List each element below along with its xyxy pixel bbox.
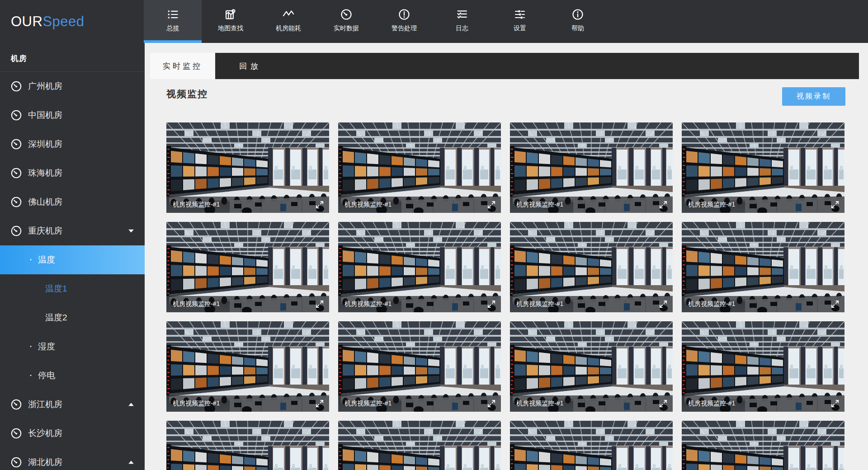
- gauge-icon: [10, 225, 22, 237]
- video-tile-label: 机房视频监控-#1: [344, 300, 487, 308]
- topnav-item-map-search[interactable]: 地图查找: [202, 0, 259, 43]
- video-tile[interactable]: 机房视频监控-#1: [510, 122, 673, 213]
- video-tile-label: 机房视频监控-#1: [173, 300, 316, 308]
- video-tile[interactable]: 机房视频监控-#1: [338, 122, 501, 213]
- topnav-item-overview[interactable]: 总揽: [144, 0, 202, 43]
- sliders-icon: [491, 0, 549, 21]
- sidebar-item-zhongguo[interactable]: 中国机房: [0, 101, 145, 130]
- topnav-item-settings[interactable]: 设置: [491, 0, 549, 43]
- expand-icon[interactable]: [659, 400, 667, 408]
- nav-item-label: 实时数据: [317, 24, 375, 33]
- expand-icon[interactable]: [831, 300, 839, 308]
- video-caption-bar: 机房视频监控-#1: [510, 197, 673, 213]
- video-tile-label: 机房视频监控-#1: [344, 400, 487, 408]
- main-content: 实时监控 回放 视频监控 视频录制 机房视频监控-#1机房视频监控-#1机房视频…: [145, 43, 868, 470]
- sidebar-item-zhuhai[interactable]: 珠海机房: [0, 159, 145, 188]
- gauge-icon: [317, 0, 375, 21]
- gauge-icon: [10, 456, 22, 468]
- sidebar-item-label: 温度: [38, 254, 55, 266]
- video-tile-label: 机房视频监控-#1: [688, 201, 831, 209]
- sidebar-item-label: 中国机房: [28, 109, 62, 121]
- topnav-item-realtime-data[interactable]: 实时数据: [317, 0, 375, 43]
- sidebar-item-wendu1[interactable]: 温度1: [0, 274, 145, 303]
- video-record-button[interactable]: 视频录制: [782, 87, 845, 106]
- video-thumbnail: [166, 421, 329, 470]
- video-tile[interactable]: 机房视频监控-#1: [510, 321, 673, 412]
- topnav-item-energy[interactable]: 机房能耗: [259, 0, 317, 43]
- app-logo: OURSpeed: [11, 0, 85, 43]
- log-icon: [433, 0, 491, 21]
- gauge-icon: [10, 109, 22, 121]
- sidebar-item-zhejiang[interactable]: 浙江机房: [0, 390, 145, 419]
- video-tile[interactable]: 机房视频监控-#1: [510, 421, 673, 470]
- video-tile[interactable]: 机房视频监控-#1: [510, 222, 673, 312]
- logo-text-suffix: Speed: [42, 14, 84, 30]
- video-tile[interactable]: 机房视频监控-#1: [338, 222, 501, 312]
- video-caption-bar: 机房视频监控-#1: [510, 296, 673, 312]
- topnav-item-help[interactable]: 帮助: [549, 0, 607, 43]
- expand-icon[interactable]: [316, 300, 324, 308]
- sidebar-item-changsha[interactable]: 长沙机房: [0, 419, 145, 448]
- sidebar-item-label: 停电: [38, 370, 55, 381]
- top-navigation: 总揽地图查找机房能耗实时数据警告处理日志设置帮助: [144, 0, 607, 43]
- expand-icon[interactable]: [659, 201, 667, 209]
- expand-icon[interactable]: [487, 201, 495, 209]
- tab-bar: 回放: [215, 53, 859, 79]
- nav-item-label: 总揽: [144, 24, 202, 33]
- video-tile-label: 机房视频监控-#1: [516, 300, 659, 308]
- topnav-item-logs[interactable]: 日志: [433, 0, 491, 43]
- sidebar-item-wendu2[interactable]: 温度2: [0, 303, 145, 332]
- top-bar: OURSpeed 总揽地图查找机房能耗实时数据警告处理日志设置帮助 Root M…: [0, 0, 868, 43]
- video-tile[interactable]: 机房视频监控-#1: [682, 122, 844, 213]
- gauge-icon: [10, 399, 22, 410]
- nav-item-label: 设置: [491, 24, 549, 33]
- expand-icon[interactable]: [659, 300, 667, 308]
- video-tile[interactable]: 机房视频监控-#1: [682, 421, 844, 470]
- expand-icon[interactable]: [831, 201, 839, 209]
- expand-icon[interactable]: [831, 400, 839, 408]
- section-title: 视频监控: [166, 88, 208, 100]
- gauge-icon: [10, 167, 22, 179]
- expand-icon[interactable]: [316, 400, 324, 408]
- tab-playback[interactable]: 回放: [215, 53, 282, 79]
- video-tile[interactable]: 机房视频监控-#1: [166, 122, 329, 213]
- sidebar-item-guangzhou[interactable]: 广州机房: [0, 72, 145, 101]
- sidebar-item-label: 温度1: [45, 283, 67, 295]
- nav-item-label: 警告处理: [375, 24, 433, 33]
- video-tile[interactable]: 机房视频监控-#1: [338, 321, 501, 412]
- sidebar-item-label: 广州机房: [28, 80, 62, 92]
- expand-icon[interactable]: [487, 400, 495, 408]
- tab-live-monitoring[interactable]: 实时监控: [150, 53, 215, 79]
- sidebar-item-shidu[interactable]: ·湿度: [0, 332, 145, 361]
- sidebar-item-tingdian[interactable]: ·停电: [0, 361, 145, 390]
- video-tile-label: 机房视频监控-#1: [516, 400, 659, 408]
- video-tile[interactable]: 机房视频监控-#1: [166, 321, 329, 412]
- chevron-up-icon: [128, 461, 134, 464]
- gauge-icon: [10, 196, 22, 208]
- video-caption-bar: 机房视频监控-#1: [338, 197, 501, 213]
- expand-icon[interactable]: [316, 201, 324, 209]
- sidebar-item-shenzhen[interactable]: 深圳机房: [0, 130, 145, 159]
- video-tile[interactable]: 机房视频监控-#1: [682, 222, 844, 312]
- topnav-item-alerts[interactable]: 警告处理: [375, 0, 433, 43]
- video-thumbnail: [510, 421, 673, 470]
- video-tile[interactable]: 机房视频监控-#1: [166, 421, 329, 470]
- video-tile[interactable]: 机房视频监控-#1: [682, 321, 844, 412]
- sidebar: 机房 广州机房中国机房深圳机房珠海机房佛山机房重庆机房·温度温度1温度2·湿度·…: [0, 43, 145, 470]
- sidebar-item-wendu[interactable]: ·温度: [0, 245, 145, 274]
- sidebar-item-label: 温度2: [45, 312, 67, 324]
- map-icon: [202, 0, 259, 21]
- video-tile[interactable]: 机房视频监控-#1: [166, 222, 329, 312]
- sidebar-item-chongqing[interactable]: 重庆机房: [0, 216, 145, 245]
- sidebar-item-foshan[interactable]: 佛山机房: [0, 188, 145, 216]
- video-caption-bar: 机房视频监控-#1: [166, 197, 329, 213]
- expand-icon[interactable]: [487, 300, 495, 308]
- nav-item-label: 地图查找: [202, 24, 259, 33]
- nav-item-label: 帮助: [549, 24, 607, 33]
- sidebar-item-label: 湖北机房: [28, 456, 62, 468]
- gauge-icon: [10, 428, 22, 439]
- gauge-icon: [10, 80, 22, 92]
- sidebar-item-hubei[interactable]: 湖北机房: [0, 448, 145, 470]
- chevron-up-icon: [128, 403, 134, 406]
- video-tile[interactable]: 机房视频监控-#1: [338, 421, 501, 470]
